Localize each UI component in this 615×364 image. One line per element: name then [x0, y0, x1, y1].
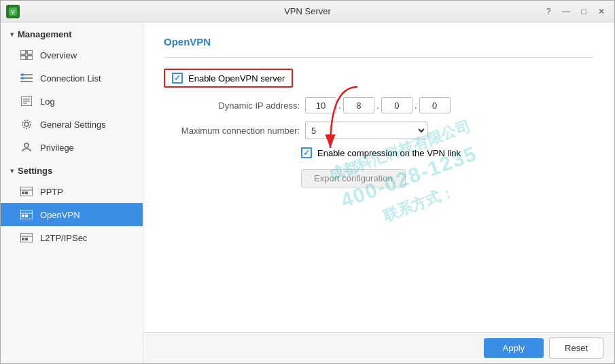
sidebar-item-general-settings[interactable]: General Settings: [1, 113, 143, 136]
svg-point-10: [21, 77, 24, 79]
svg-point-16: [22, 120, 31, 128]
sidebar-item-pptp[interactable]: PPTP: [1, 180, 143, 203]
export-btn-container: Export configuration: [164, 166, 594, 187]
enable-openvpn-row: Enable OpenVPN server: [172, 73, 285, 84]
svg-rect-25: [25, 215, 28, 217]
svg-rect-2: [20, 50, 26, 54]
log-icon: [20, 96, 33, 107]
content-area: OpenVPN Enable OpenVPN server Dynamic IP…: [143, 22, 614, 332]
sidebar-item-overview[interactable]: Overview: [1, 43, 143, 67]
connection-list-icon: [20, 73, 33, 84]
openvpn-icon: [20, 209, 33, 220]
max-connection-row: Maximum connection number: 1 2 3 4 5 6 7…: [164, 122, 594, 139]
sidebar-item-l2tp[interactable]: L2TP/IPSec: [1, 226, 143, 249]
l2tp-label: L2TP/IPSec: [40, 233, 87, 243]
l2tp-icon: [20, 232, 33, 243]
compression-label: Enable compression on the VPN link: [317, 148, 461, 158]
app-icon: V: [6, 5, 20, 18]
sidebar-item-connection-list[interactable]: Connection List: [1, 67, 143, 90]
management-section-header[interactable]: ▾ Management: [1, 22, 143, 43]
settings-section-header[interactable]: ▾ Settings: [1, 159, 143, 180]
section-title: OpenVPN: [164, 36, 594, 48]
ip-field-4[interactable]: [419, 97, 451, 113]
maximize-button[interactable]: □: [576, 4, 591, 19]
pptp-icon: [20, 186, 33, 197]
max-connection-select[interactable]: 1 2 3 4 5 6 7 8 9 10: [305, 122, 427, 139]
ip-dot-3: .: [415, 100, 417, 111]
reset-button[interactable]: Reset: [549, 338, 603, 359]
general-settings-icon: [20, 119, 33, 130]
svg-text:V: V: [11, 9, 15, 15]
management-label: Management: [18, 29, 71, 39]
footer: Apply Reset: [143, 332, 614, 363]
overview-icon: [20, 50, 33, 60]
svg-point-15: [24, 122, 29, 126]
help-button[interactable]: ?: [541, 4, 556, 19]
svg-rect-4: [20, 56, 26, 60]
compression-checkbox[interactable]: [301, 147, 312, 158]
dynamic-ip-label: Dynamic IP address:: [164, 101, 300, 111]
main-content: OpenVPN Enable OpenVPN server Dynamic IP…: [143, 22, 614, 363]
management-arrow: ▾: [10, 31, 14, 38]
window-controls: ? — □ ✕: [541, 4, 609, 19]
sidebar-item-openvpn[interactable]: OpenVPN: [1, 203, 143, 226]
svg-point-17: [24, 143, 29, 147]
overview-label: Overview: [40, 50, 77, 60]
minimize-button[interactable]: —: [559, 4, 574, 19]
sidebar-item-privilege[interactable]: Privilege: [1, 136, 143, 159]
sidebar-item-log[interactable]: Log: [1, 90, 143, 113]
enable-openvpn-wrapper: Enable OpenVPN server: [164, 69, 293, 88]
window-body: ▾ Management Overview: [1, 22, 614, 363]
svg-rect-3: [27, 50, 33, 54]
close-button[interactable]: ✕: [594, 4, 609, 19]
settings-arrow: ▾: [10, 167, 14, 175]
svg-point-9: [21, 73, 24, 76]
pptp-label: PPTP: [40, 187, 63, 197]
privilege-label: Privilege: [40, 143, 74, 153]
svg-rect-20: [22, 192, 24, 194]
export-config-button[interactable]: Export configuration: [301, 169, 406, 187]
ip-field-3[interactable]: [381, 97, 412, 113]
svg-rect-24: [22, 215, 24, 217]
title-bar-left: V: [6, 5, 20, 18]
settings-label: Settings: [18, 166, 52, 176]
openvpn-label: OpenVPN: [40, 210, 80, 220]
svg-rect-29: [25, 238, 28, 240]
privilege-icon: [20, 142, 33, 153]
enable-openvpn-label: Enable OpenVPN server: [188, 73, 285, 84]
dynamic-ip-row: Dynamic IP address: . . .: [164, 97, 594, 113]
ip-field-2[interactable]: [343, 97, 374, 113]
log-label: Log: [40, 96, 55, 107]
title-bar: V VPN Server ? — □ ✕: [1, 1, 614, 22]
max-connection-label: Maximum connection number:: [164, 126, 300, 136]
connection-list-label: Connection List: [40, 73, 101, 84]
main-window: V VPN Server ? — □ ✕ ▾ Management: [0, 0, 615, 364]
ip-dot-2: .: [376, 100, 379, 111]
compression-row: Enable compression on the VPN link: [164, 147, 594, 158]
enable-openvpn-checkbox[interactable]: [172, 73, 183, 84]
svg-rect-5: [27, 56, 33, 60]
general-settings-label: General Settings: [40, 120, 106, 130]
separator: [164, 57, 594, 58]
sidebar: ▾ Management Overview: [1, 22, 143, 363]
svg-rect-21: [25, 192, 28, 194]
ip-dot-1: .: [338, 100, 341, 111]
window-title: VPN Server: [284, 6, 331, 16]
ip-field-1[interactable]: [305, 97, 336, 113]
apply-button[interactable]: Apply: [484, 338, 544, 358]
svg-rect-28: [22, 238, 24, 240]
ip-inputs: . . .: [305, 97, 451, 113]
